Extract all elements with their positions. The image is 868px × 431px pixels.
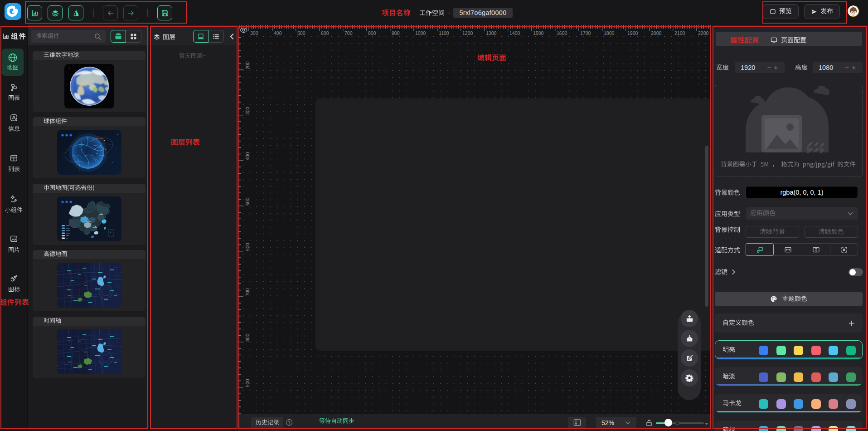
svg-text:1400: 1400	[509, 30, 520, 36]
svg-text:1600: 1600	[557, 30, 567, 36]
svg-text:1800: 1800	[604, 30, 615, 36]
svg-text:400: 400	[274, 30, 282, 36]
svg-text:200: 200	[245, 61, 250, 69]
svg-text:2200: 2200	[698, 30, 709, 36]
svg-text:800: 800	[245, 333, 250, 342]
svg-text:1200: 1200	[462, 30, 473, 36]
svg-text:1000: 1000	[415, 30, 426, 36]
svg-text:400: 400	[245, 152, 250, 160]
svg-text:2000: 2000	[651, 30, 662, 36]
svg-text:900: 900	[392, 30, 400, 36]
svg-text:600: 600	[245, 243, 250, 251]
svg-text:300: 300	[245, 107, 250, 115]
svg-text:600: 600	[321, 30, 329, 36]
svg-text:1900: 1900	[627, 30, 638, 36]
svg-text:700: 700	[245, 288, 250, 296]
svg-text:1700: 1700	[580, 30, 591, 36]
svg-text:2100: 2100	[674, 30, 685, 36]
svg-text:1500: 1500	[533, 30, 544, 36]
svg-text:500: 500	[297, 30, 305, 36]
svg-text:900: 900	[245, 379, 250, 387]
svg-text:700: 700	[344, 30, 353, 36]
svg-text:1100: 1100	[439, 30, 449, 36]
svg-text:800: 800	[368, 30, 376, 36]
svg-text:1300: 1300	[486, 30, 497, 36]
svg-text:500: 500	[245, 197, 250, 206]
